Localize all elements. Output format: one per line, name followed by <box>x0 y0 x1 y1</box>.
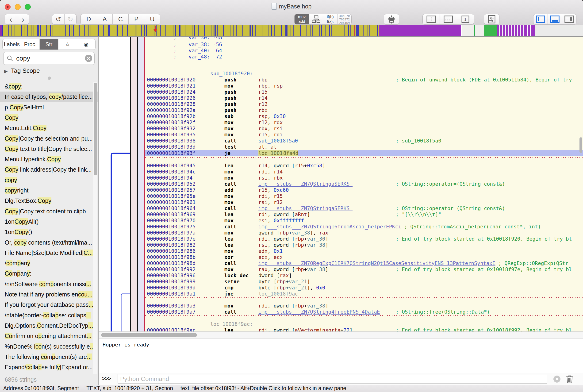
disasm-line[interactable]: 000000010018f920pushrbp; Begin of unwind… <box>145 77 583 83</box>
string-list-item[interactable]: In case of typos, copy/paste lice... <box>0 92 98 102</box>
segment-block[interactable] <box>497 25 525 36</box>
string-list-item[interactable]: Copy <box>0 112 98 123</box>
disasm-line[interactable]: 000000010018f926pushr14 <box>145 95 583 101</box>
string-list-item[interactable]: Note that if any problems encou... <box>0 289 98 300</box>
sidebar-scrollbar-thumb[interactable] <box>94 83 97 175</box>
string-list-item[interactable]: \ntable{border-collapse: collaps... <box>0 310 98 321</box>
toggle-right-sidebar-button[interactable] <box>562 14 576 24</box>
disasm-line[interactable]: 000000010018f961movrsi, r12 <box>145 199 583 206</box>
pseudocode-mode-button[interactable]: if(b)f(x); <box>323 14 337 24</box>
string-list-item[interactable]: Or, copy contents (text/html/ima... <box>0 237 98 248</box>
string-list-item[interactable]: copy <box>0 175 98 186</box>
string-list-item[interactable]: 1onCopyAll() <box>0 216 98 227</box>
tab-procedures[interactable]: Proc. <box>21 39 39 50</box>
string-list-item[interactable]: \n\nSoftware components missi... <box>0 279 98 290</box>
string-list-item[interactable]: Dlg.TextBox.Copy <box>0 196 98 206</box>
hex-mode-button[interactable]: 486F70706572204469 <box>337 14 351 24</box>
tab-scope[interactable]: ◉ <box>77 39 95 50</box>
string-list-item[interactable]: Expand/collapse fully|Expand or... <box>0 362 98 372</box>
disasm-line[interactable]: 000000010018f945lear14, qword [r15+0xc58… <box>145 163 583 169</box>
disasm-line[interactable]: 000000010018f924pushr15 <box>145 89 583 95</box>
string-list-item[interactable]: Copy text to title|Copy the selec... <box>0 144 98 154</box>
split-horizontal-button[interactable] <box>440 14 457 24</box>
code-hscrollbar-thumb[interactable] <box>101 333 197 337</box>
clear-command-button[interactable]: ✕ <box>554 376 561 382</box>
disasm-line[interactable]: 000000010018f999setnebyte [rbp+var_21] <box>145 279 583 285</box>
string-list-item[interactable]: Company: <box>0 268 98 279</box>
disasm-line[interactable]: 000000010018f9a7callimp___stubs___ZN7QSt… <box>145 309 583 315</box>
segment-block[interactable] <box>535 25 583 36</box>
forward-button[interactable]: › <box>17 14 29 24</box>
disasm-line[interactable]: 000000010018f94fmovrsi, rbx <box>145 175 583 181</box>
tab-strings[interactable]: Str <box>39 39 58 50</box>
disasm-line[interactable]: 000000010018f92fmovr12, rdx <box>145 120 583 126</box>
code-hscrollbar-track[interactable] <box>99 332 583 338</box>
string-list-item[interactable]: Copy|Copy text content to clipb... <box>0 206 98 217</box>
tag-scope-disclosure[interactable]: ▶Tag Scope <box>4 67 40 74</box>
disasm-label[interactable]: loc_10018f9ac: <box>210 321 253 327</box>
splitter-handle[interactable] <box>48 76 51 80</box>
string-list-item[interactable]: p.CopySelHtml <box>0 102 98 113</box>
disasm-line[interactable]: 000000010018f996lock decdword [rax] <box>145 272 583 279</box>
cpu-button[interactable] <box>384 14 399 24</box>
string-list-item[interactable]: File Name|Size|Date Modified|C... <box>0 248 98 258</box>
single-pane-button[interactable]: 1 <box>457 14 474 24</box>
segment-block[interactable] <box>462 25 484 36</box>
type-d-button[interactable]: D <box>81 14 97 24</box>
disasm-line[interactable]: 000000010018f921movrbp, rsp <box>145 83 583 89</box>
disasm-line[interactable]: 000000010018f938callsub_10018f5a0; sub_1… <box>145 138 583 144</box>
disasm-line[interactable]: 000000010018f982learsi, qword [rbp+var_3… <box>145 242 583 248</box>
swap-panes-button[interactable] <box>484 14 500 24</box>
disasm-line[interactable]: 000000010018f952callimp___stubs___ZN7QSt… <box>145 181 583 187</box>
string-list-item[interactable]: &copy; <box>0 81 98 92</box>
split-vertical-button[interactable] <box>423 14 440 24</box>
type-a-button[interactable]: A <box>97 14 113 24</box>
disasm-line[interactable]: 000000010018f97amovqword [rbp+var_38], r… <box>145 230 583 236</box>
disasm-line[interactable]: 000000010018f957addr15, 0xc60 <box>145 187 583 193</box>
type-p-button[interactable]: P <box>128 14 144 24</box>
segment-block[interactable] <box>484 25 497 36</box>
segment-block[interactable] <box>0 25 2 36</box>
disassembly-pane[interactable]: ; var_30: -48; var_38: -56; var_40: -64;… <box>99 37 583 332</box>
string-list-item[interactable]: \company <box>0 258 98 268</box>
string-list-item[interactable]: 1onCopy() <box>0 227 98 237</box>
disasm-line[interactable]: 000000010018f9a3movrdi, qword [rbp+var_3… <box>145 303 583 309</box>
segment-navigation-bar[interactable] <box>0 25 583 36</box>
disasm-line[interactable]: 000000010018f9a1jneloc_10018f9ac <box>145 291 583 297</box>
redo-button[interactable]: ↻ <box>64 14 76 24</box>
undo-button[interactable]: ↺ <box>52 14 64 24</box>
trash-icon[interactable] <box>566 374 574 383</box>
disasm-line[interactable]: 000000010018f98dcallimp___stubs___ZN7QRe… <box>145 260 583 266</box>
disasm-line[interactable]: 000000010018f93fjeloc_10018fa4d <box>145 150 583 156</box>
disasm-line[interactable]: 000000010018f935movr15, rdi <box>145 132 583 138</box>
disasm-line[interactable]: 000000010018f97eleardi, qword [rbp+var_3… <box>145 236 583 242</box>
disasm-line[interactable]: 000000010018f932movrbx, rsi <box>145 126 583 132</box>
disasm-line[interactable]: 000000010018f99dcmpbyte [rbp+var_21], 0x… <box>145 285 583 291</box>
disasm-line[interactable]: 000000010018f93dtestal, al <box>145 144 583 150</box>
disasm-line[interactable]: 000000010018f98bxorecx, ecx <box>145 254 583 260</box>
search-input[interactable] <box>16 53 83 64</box>
string-list-item[interactable]: Copy link address|Copy the link... <box>0 164 98 175</box>
string-list-item[interactable]: Menu.Edit.Copy <box>0 123 98 133</box>
disasm-label[interactable]: sub_10018f920: <box>210 71 253 77</box>
toggle-bottom-panel-button[interactable] <box>548 14 562 24</box>
disasm-line[interactable]: 000000010018f92bsubrsp, 0x30 <box>145 113 583 120</box>
string-list-item[interactable]: Menu.Hyperlink.Copy <box>0 154 98 164</box>
disasm-line[interactable]: 000000010018f95emovrdi, r15 <box>145 193 583 199</box>
string-list-item[interactable]: Dlg.Options.Content.DefDocTyp... <box>0 320 98 331</box>
back-button[interactable]: ‹ <box>5 14 17 24</box>
disasm-line[interactable]: 000000010018f92apushrbx <box>145 107 583 113</box>
string-list-item[interactable]: If you forgot your database pass... <box>0 300 98 310</box>
disasm-line[interactable]: 000000010018f928pushr12 <box>145 101 583 107</box>
toggle-left-sidebar-button[interactable] <box>534 14 548 24</box>
disasm-line[interactable]: 000000010018f969leardi, qword [aRnt]; "[… <box>145 212 583 218</box>
disasm-line[interactable]: 000000010018f964callimp___stubs___ZN7QSt… <box>145 206 583 212</box>
string-list-item[interactable]: Confirm on opening attachment... <box>0 331 98 341</box>
string-list-item[interactable]: The following component(s) are... <box>0 352 98 362</box>
assembly-mode-button[interactable]: movadd <box>295 14 309 24</box>
disasm-line[interactable]: 000000010018f975callimp___stubs___ZN7QSt… <box>145 224 583 230</box>
disasm-line[interactable]: 000000010018f986movedx, 0x1 <box>145 248 583 254</box>
disasm-line[interactable]: 000000010018f9acleardi, qword [aVectormi… <box>145 327 583 332</box>
clear-search-button[interactable]: ✕ <box>85 55 92 62</box>
segment-block[interactable] <box>379 25 462 36</box>
